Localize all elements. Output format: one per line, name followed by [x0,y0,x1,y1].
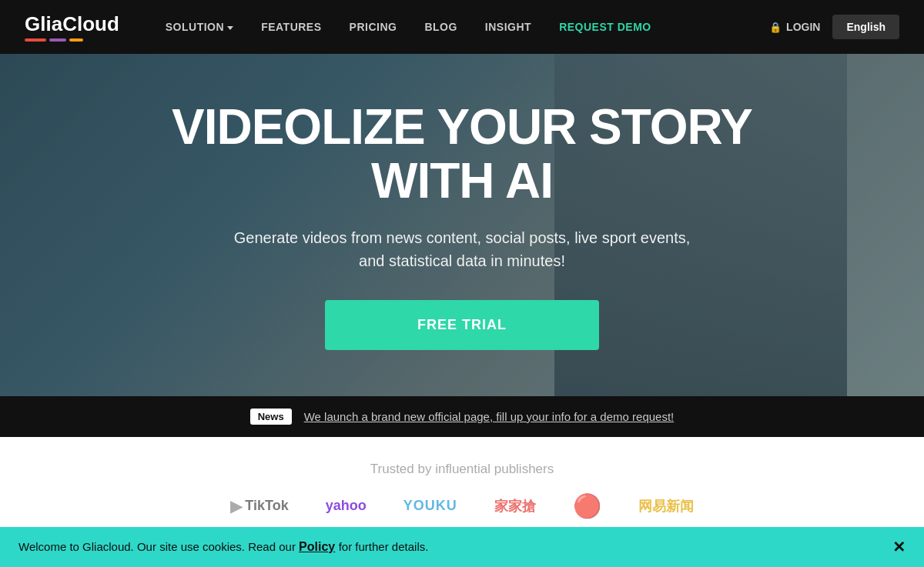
logo[interactable]: GliaCloud [25,12,119,42]
news-bar: News We launch a brand new official page… [0,396,924,437]
publisher-youku: YOUKU [403,498,457,514]
chevron-down-icon [227,26,233,30]
lock-icon: 🔒 [769,22,782,33]
publishers-row: ▶ TikTok yahoo YOUKU 家家搶 🔴 网易新闻 [31,492,893,519]
trusted-title: Trusted by influential publishers [31,462,893,477]
main-nav: GliaCloud SOLUTION FEATURES PRICING BLOG… [0,0,924,54]
news-badge: News [250,409,292,425]
logo-text: GliaCloud [25,12,119,36]
nav-item-features[interactable]: FEATURES [261,21,321,33]
hero-subtitle: Generate videos from news content, socia… [172,226,752,272]
nav-item-request-demo[interactable]: REQUEST DEMO [559,21,651,33]
language-selector[interactable]: English [832,15,899,39]
nav-item-solution[interactable]: SOLUTION [166,21,233,33]
free-trial-button[interactable]: FREE TRIAL [325,300,599,350]
publisher-tiktok: ▶ TikTok [230,497,288,515]
login-button[interactable]: 🔒 LOGIN [769,21,820,33]
nav-item-pricing[interactable]: PRICING [350,21,397,33]
tiktok-icon: ▶ [230,497,242,515]
logo-bar-red [25,38,46,42]
publisher-jiajia: 家家搶 [494,497,536,515]
publisher-yahoo: yahoo [326,498,367,514]
nav-item-blog[interactable]: BLOG [424,21,457,33]
publisher-brand2: 网易新闻 [638,497,694,515]
logo-bar-orange [69,38,83,42]
hero-content: VIDEOLIZE YOUR STORY WITH AI Generate vi… [141,100,783,351]
logo-bars [25,38,119,42]
cookie-bar: Welcome to Gliacloud. Our site use cooki… [0,527,924,532]
nav-right: 🔒 LOGIN English [769,15,899,39]
trusted-section: Trusted by influential publishers ▶ TikT… [0,437,924,532]
hero-title: VIDEOLIZE YOUR STORY WITH AI [172,100,752,208]
publisher-brand1: 🔴 [573,492,601,519]
news-link[interactable]: We launch a brand new official page, fil… [304,410,675,423]
nav-links: SOLUTION FEATURES PRICING BLOG INSIGHT R… [166,21,769,33]
hero-section: VIDEOLIZE YOUR STORY WITH AI Generate vi… [0,54,924,396]
logo-bar-purple [49,38,66,42]
nav-item-insight[interactable]: INSIGHT [485,21,531,33]
